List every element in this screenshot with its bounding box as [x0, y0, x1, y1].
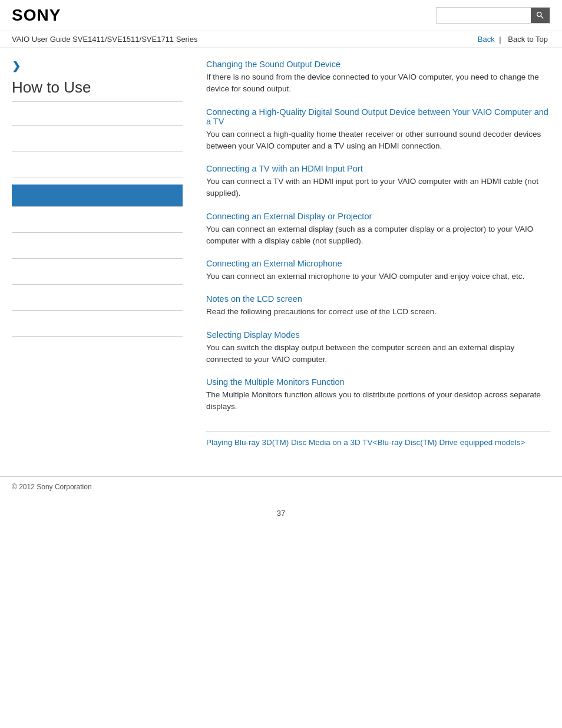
nav-separator: | [499, 35, 503, 44]
sidebar-item-3[interactable] [12, 159, 183, 177]
content-item-tv-hdmi: Connecting a TV with an HDMI Input Port … [206, 164, 550, 200]
sidebar-item-2[interactable] [12, 133, 183, 151]
link-tv-hdmi[interactable]: Connecting a TV with an HDMI Input Port [206, 164, 550, 173]
header: SONY [0, 0, 562, 31]
sony-logo: SONY [12, 6, 61, 25]
search-button[interactable] [531, 8, 550, 23]
content-item-display-modes: Selecting Display Modes You can switch t… [206, 330, 550, 366]
content-area: Changing the Sound Output Device If ther… [194, 60, 550, 447]
bottom-link[interactable]: Playing Blu-ray 3D(TM) Disc Media on a 3… [206, 438, 525, 447]
back-to-top-link[interactable]: Back to Top [505, 35, 550, 44]
desc-external-display: You can connect an external display (suc… [206, 223, 550, 248]
desc-high-quality: You can connect a high-quality home thea… [206, 129, 550, 153]
sidebar-item-9[interactable] [12, 318, 183, 337]
bottom-link-section: Playing Blu-ray 3D(TM) Disc Media on a 3… [206, 431, 550, 447]
link-high-quality[interactable]: Connecting a High-Quality Digital Sound … [206, 107, 550, 126]
content-item-changing-sound: Changing the Sound Output Device If ther… [206, 60, 550, 95]
sidebar-item-5[interactable] [12, 214, 183, 233]
content-item-high-quality: Connecting a High-Quality Digital Sound … [206, 107, 550, 153]
search-box [436, 7, 550, 24]
search-input[interactable] [437, 9, 531, 22]
nav-title: VAIO User Guide SVE1411/SVE1511/SVE1711 … [12, 35, 198, 44]
content-item-external-mic: Connecting an External Microphone You ca… [206, 259, 550, 282]
desc-external-mic: You can connect an external microphone t… [206, 271, 550, 282]
page-number: 37 [0, 509, 562, 518]
search-icon [535, 11, 545, 20]
sidebar-item-1[interactable] [12, 107, 183, 126]
link-external-display[interactable]: Connecting an External Display or Projec… [206, 212, 550, 221]
sidebar-chevron: ❯ [12, 60, 183, 73]
desc-display-modes: You can switch the display output betwee… [206, 342, 550, 366]
desc-lcd: Read the following precautions for corre… [206, 306, 550, 318]
nav-bar: VAIO User Guide SVE1411/SVE1511/SVE1711 … [0, 31, 562, 48]
link-multiple-monitors[interactable]: Using the Multiple Monitors Function [206, 377, 550, 387]
sidebar-item-4-active[interactable] [12, 185, 183, 207]
copyright: © 2012 Sony Corporation [12, 483, 92, 491]
content-item-lcd: Notes on the LCD screen Read the followi… [206, 294, 550, 318]
link-changing-sound[interactable]: Changing the Sound Output Device [206, 60, 550, 69]
back-link[interactable]: Back [478, 35, 495, 44]
link-display-modes[interactable]: Selecting Display Modes [206, 330, 550, 340]
sidebar-item-7[interactable] [12, 266, 183, 285]
desc-tv-hdmi: You can connect a TV with an HDMI input … [206, 176, 550, 200]
nav-links: Back | Back to Top [478, 35, 550, 44]
sidebar-title: How to Use [12, 78, 183, 102]
sidebar-item-6[interactable] [12, 240, 183, 259]
content-item-multiple-monitors: Using the Multiple Monitors Function The… [206, 377, 550, 413]
main-container: ❯ How to Use Changing the Sound Output D… [0, 48, 562, 459]
link-lcd[interactable]: Notes on the LCD screen [206, 294, 550, 304]
footer: © 2012 Sony Corporation [0, 476, 562, 497]
sidebar: ❯ How to Use [12, 60, 194, 447]
desc-multiple-monitors: The Multiple Monitors function allows yo… [206, 389, 550, 413]
sidebar-item-8[interactable] [12, 292, 183, 311]
content-item-external-display: Connecting an External Display or Projec… [206, 212, 550, 248]
desc-changing-sound: If there is no sound from the device con… [206, 71, 550, 95]
link-external-mic[interactable]: Connecting an External Microphone [206, 259, 550, 268]
